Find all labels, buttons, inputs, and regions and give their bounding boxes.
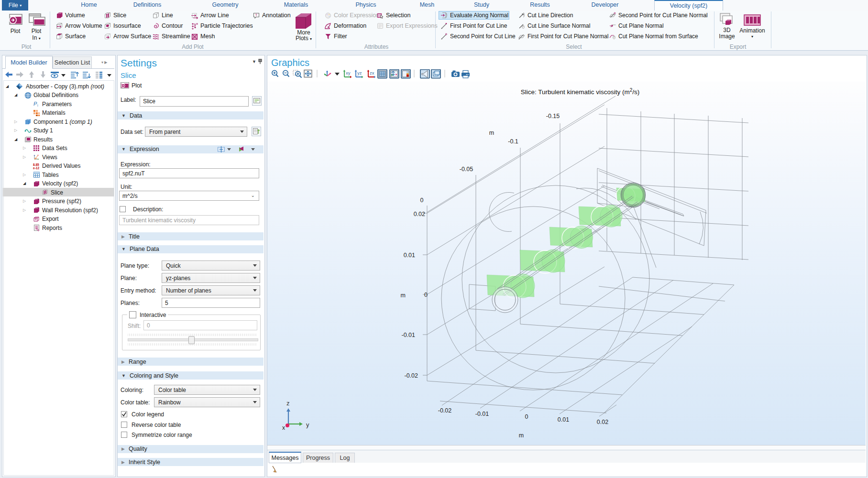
svg-text:m: m (401, 292, 406, 299)
svg-text:T: T (255, 13, 258, 17)
svg-text:xy: xy (346, 70, 351, 76)
svg-text:i: i (37, 104, 38, 107)
svg-text:-0.1: -0.1 (508, 138, 518, 145)
svg-text:-0.05: -0.05 (460, 166, 473, 173)
svg-text:0.02: 0.02 (597, 419, 608, 425)
svg-text:8.85: 8.85 (33, 163, 39, 166)
svg-text:-0.01: -0.01 (402, 332, 416, 338)
svg-text:y: y (306, 421, 309, 428)
svg-text:*: * (37, 198, 39, 202)
svg-text:*: * (37, 206, 39, 210)
svg-text:m: m (519, 432, 524, 439)
svg-text:zx: zx (370, 70, 374, 76)
svg-text:0.01: 0.01 (404, 252, 415, 259)
svg-text:z: z (286, 400, 290, 407)
svg-text:e-12: e-12 (33, 166, 39, 170)
svg-text:0.01: 0.01 (558, 416, 569, 423)
svg-text:m: m (489, 130, 494, 136)
svg-text:yz: yz (357, 70, 362, 76)
svg-text:x: x (282, 424, 285, 431)
svg-text:Slice: Turbulent kinematic vis: Slice: Turbulent kinematic viscosity (m2… (521, 87, 640, 96)
svg-text:-0.02: -0.02 (405, 372, 418, 379)
svg-text:-0.01: -0.01 (475, 411, 489, 417)
svg-text:P: P (33, 101, 37, 107)
svg-text:0: 0 (420, 197, 424, 204)
svg-text:0.02: 0.02 (414, 211, 425, 217)
svg-text:0: 0 (525, 413, 528, 420)
svg-text:0: 0 (424, 292, 428, 298)
svg-text:-0.15: -0.15 (546, 113, 560, 120)
svg-text:-0.02: -0.02 (438, 407, 452, 414)
